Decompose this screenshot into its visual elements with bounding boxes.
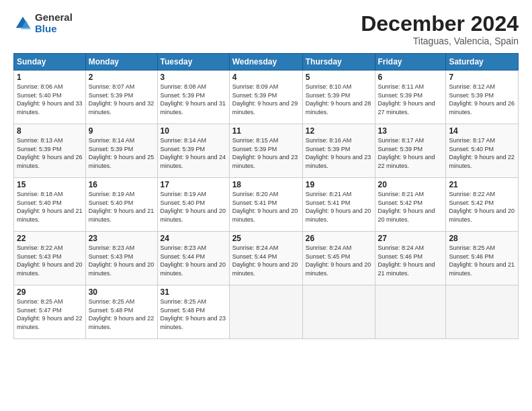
calendar-cell: 11 Sunrise: 8:15 AM Sunset: 5:39 PM Dayl… — [229, 124, 302, 178]
day-info: Sunrise: 8:18 AM Sunset: 5:40 PM Dayligh… — [17, 190, 83, 224]
location: Titaguas, Valencia, Spain — [361, 36, 519, 46]
day-info: Sunrise: 8:14 AM Sunset: 5:39 PM Dayligh… — [161, 136, 226, 170]
day-number: 20 — [378, 180, 443, 189]
day-number: 19 — [306, 180, 372, 189]
day-number: 8 — [17, 126, 83, 136]
calendar-cell: 12 Sunrise: 8:16 AM Sunset: 5:39 PM Dayl… — [302, 124, 375, 178]
calendar-row-4: 22 Sunrise: 8:22 AM Sunset: 5:43 PM Dayl… — [14, 232, 519, 285]
day-number: 23 — [89, 234, 154, 243]
calendar-cell: 7 Sunrise: 8:12 AM Sunset: 5:39 PM Dayli… — [446, 71, 519, 124]
day-info: Sunrise: 8:19 AM Sunset: 5:40 PM Dayligh… — [89, 190, 154, 224]
day-number: 25 — [232, 234, 300, 243]
calendar-cell: 20 Sunrise: 8:21 AM Sunset: 5:42 PM Dayl… — [375, 178, 446, 232]
calendar-cell — [229, 285, 302, 339]
calendar-cell: 31 Sunrise: 8:25 AM Sunset: 5:48 PM Dayl… — [157, 285, 229, 339]
calendar-cell: 13 Sunrise: 8:17 AM Sunset: 5:39 PM Dayl… — [375, 124, 446, 178]
calendar-row-5: 29 Sunrise: 8:25 AM Sunset: 5:47 PM Dayl… — [14, 285, 519, 339]
day-info: Sunrise: 8:21 AM Sunset: 5:41 PM Dayligh… — [306, 190, 372, 224]
day-info: Sunrise: 8:12 AM Sunset: 5:39 PM Dayligh… — [449, 83, 515, 116]
page: General Blue December 2024 Titaguas, Val… — [0, 0, 532, 411]
day-info: Sunrise: 8:10 AM Sunset: 5:39 PM Dayligh… — [306, 83, 372, 116]
logo: General Blue — [13, 12, 73, 34]
day-number: 11 — [232, 126, 300, 136]
calendar-cell: 10 Sunrise: 8:14 AM Sunset: 5:39 PM Dayl… — [157, 124, 229, 178]
title-block: December 2024 Titaguas, Valencia, Spain — [361, 12, 519, 46]
calendar-cell: 25 Sunrise: 8:24 AM Sunset: 5:44 PM Dayl… — [229, 232, 302, 285]
calendar-cell: 22 Sunrise: 8:22 AM Sunset: 5:43 PM Dayl… — [14, 232, 86, 285]
day-number: 15 — [17, 180, 83, 189]
month-title: December 2024 — [361, 12, 519, 36]
day-info: Sunrise: 8:24 AM Sunset: 5:46 PM Dayligh… — [378, 244, 443, 277]
calendar-cell: 5 Sunrise: 8:10 AM Sunset: 5:39 PM Dayli… — [302, 71, 375, 124]
day-number: 28 — [449, 234, 515, 243]
calendar-cell: 30 Sunrise: 8:25 AM Sunset: 5:48 PM Dayl… — [85, 285, 157, 339]
day-info: Sunrise: 8:14 AM Sunset: 5:39 PM Dayligh… — [89, 136, 154, 170]
day-number: 3 — [161, 73, 226, 82]
day-info: Sunrise: 8:25 AM Sunset: 5:48 PM Dayligh… — [161, 298, 226, 331]
day-number: 22 — [17, 234, 83, 243]
day-number: 31 — [161, 287, 226, 297]
logo-icon — [13, 14, 32, 33]
calendar-header-row: SundayMondayTuesdayWednesdayThursdayFrid… — [14, 54, 519, 71]
calendar-cell: 18 Sunrise: 8:20 AM Sunset: 5:41 PM Dayl… — [229, 178, 302, 232]
calendar-cell: 6 Sunrise: 8:11 AM Sunset: 5:39 PM Dayli… — [375, 71, 446, 124]
day-number: 30 — [89, 287, 154, 297]
day-number: 4 — [232, 73, 300, 82]
day-number: 21 — [449, 180, 515, 189]
day-info: Sunrise: 8:07 AM Sunset: 5:39 PM Dayligh… — [89, 83, 154, 116]
day-info: Sunrise: 8:25 AM Sunset: 5:47 PM Dayligh… — [17, 298, 83, 331]
day-number: 27 — [378, 234, 443, 243]
col-header-wednesday: Wednesday — [229, 54, 302, 71]
day-info: Sunrise: 8:25 AM Sunset: 5:48 PM Dayligh… — [89, 298, 154, 331]
day-number: 17 — [161, 180, 226, 189]
calendar-cell: 19 Sunrise: 8:21 AM Sunset: 5:41 PM Dayl… — [302, 178, 375, 232]
day-number: 9 — [89, 126, 154, 136]
day-info: Sunrise: 8:13 AM Sunset: 5:39 PM Dayligh… — [17, 136, 83, 170]
calendar-cell: 9 Sunrise: 8:14 AM Sunset: 5:39 PM Dayli… — [85, 124, 157, 178]
calendar-row-1: 1 Sunrise: 8:06 AM Sunset: 5:40 PM Dayli… — [14, 71, 519, 124]
day-number: 16 — [89, 180, 154, 189]
day-number: 14 — [449, 126, 515, 136]
calendar-row-3: 15 Sunrise: 8:18 AM Sunset: 5:40 PM Dayl… — [14, 178, 519, 232]
calendar-cell — [302, 285, 375, 339]
col-header-tuesday: Tuesday — [157, 54, 229, 71]
calendar-cell: 15 Sunrise: 8:18 AM Sunset: 5:40 PM Dayl… — [14, 178, 86, 232]
day-number: 12 — [306, 126, 372, 136]
day-number: 5 — [306, 73, 372, 82]
day-info: Sunrise: 8:20 AM Sunset: 5:41 PM Dayligh… — [232, 190, 300, 224]
calendar-cell: 24 Sunrise: 8:23 AM Sunset: 5:44 PM Dayl… — [157, 232, 229, 285]
calendar-cell: 4 Sunrise: 8:09 AM Sunset: 5:39 PM Dayli… — [229, 71, 302, 124]
logo-text: General Blue — [35, 12, 73, 34]
calendar-cell: 3 Sunrise: 8:08 AM Sunset: 5:39 PM Dayli… — [157, 71, 229, 124]
calendar-cell: 21 Sunrise: 8:22 AM Sunset: 5:42 PM Dayl… — [446, 178, 519, 232]
day-number: 6 — [378, 73, 443, 82]
calendar-cell: 28 Sunrise: 8:25 AM Sunset: 5:46 PM Dayl… — [446, 232, 519, 285]
day-info: Sunrise: 8:16 AM Sunset: 5:39 PM Dayligh… — [306, 136, 372, 170]
day-info: Sunrise: 8:25 AM Sunset: 5:46 PM Dayligh… — [449, 244, 515, 277]
day-info: Sunrise: 8:08 AM Sunset: 5:39 PM Dayligh… — [161, 83, 226, 116]
calendar-cell: 14 Sunrise: 8:17 AM Sunset: 5:40 PM Dayl… — [446, 124, 519, 178]
day-number: 26 — [306, 234, 372, 243]
calendar-cell: 1 Sunrise: 8:06 AM Sunset: 5:40 PM Dayli… — [14, 71, 86, 124]
calendar-cell: 26 Sunrise: 8:24 AM Sunset: 5:45 PM Dayl… — [302, 232, 375, 285]
day-number: 13 — [378, 126, 443, 136]
col-header-saturday: Saturday — [446, 54, 519, 71]
day-info: Sunrise: 8:22 AM Sunset: 5:43 PM Dayligh… — [17, 244, 83, 277]
day-info: Sunrise: 8:11 AM Sunset: 5:39 PM Dayligh… — [378, 83, 443, 116]
logo-general: General — [35, 12, 73, 24]
day-number: 1 — [17, 73, 83, 82]
day-info: Sunrise: 8:24 AM Sunset: 5:45 PM Dayligh… — [306, 244, 372, 277]
day-number: 29 — [17, 287, 83, 297]
col-header-friday: Friday — [375, 54, 446, 71]
logo-blue: Blue — [35, 24, 73, 35]
col-header-monday: Monday — [85, 54, 157, 71]
calendar-cell: 16 Sunrise: 8:19 AM Sunset: 5:40 PM Dayl… — [85, 178, 157, 232]
day-info: Sunrise: 8:23 AM Sunset: 5:43 PM Dayligh… — [89, 244, 154, 277]
calendar-row-2: 8 Sunrise: 8:13 AM Sunset: 5:39 PM Dayli… — [14, 124, 519, 178]
day-number: 18 — [232, 180, 300, 189]
calendar: SundayMondayTuesdayWednesdayThursdayFrid… — [13, 53, 519, 339]
day-number: 10 — [161, 126, 226, 136]
header: General Blue December 2024 Titaguas, Val… — [13, 12, 519, 46]
calendar-cell — [375, 285, 446, 339]
calendar-cell: 17 Sunrise: 8:19 AM Sunset: 5:40 PM Dayl… — [157, 178, 229, 232]
